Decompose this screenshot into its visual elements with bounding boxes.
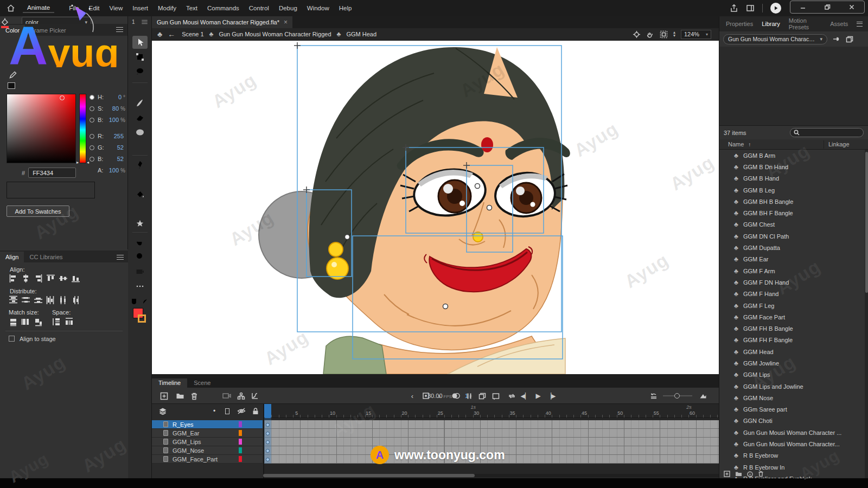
column-name[interactable]: Name: [728, 141, 744, 147]
distribute-right-button[interactable]: [71, 296, 80, 305]
library-item[interactable]: ♣GGM Face Part: [719, 311, 865, 323]
tab-scene[interactable]: Scene: [187, 378, 217, 388]
zoom-tool-icon[interactable]: [132, 250, 148, 263]
library-item[interactable]: ♣GGM Chest: [719, 219, 865, 230]
radio-icon[interactable]: [90, 134, 94, 139]
library-item[interactable]: ♣GGM Head: [719, 346, 865, 357]
layer-row-ggm_nose[interactable]: GGM_Nose: [152, 446, 263, 455]
distribute-top-button[interactable]: [9, 296, 18, 305]
align-top-button[interactable]: [46, 274, 55, 283]
search-input[interactable]: [802, 130, 856, 136]
layer-frames-row[interactable]: [264, 420, 720, 429]
tab-align[interactable]: Align: [0, 252, 24, 262]
library-item[interactable]: ♣GGM BH F Bangle: [719, 207, 865, 219]
column-linkage[interactable]: Linkage: [828, 141, 850, 147]
tab-motion-presets[interactable]: Motion Presets: [789, 17, 822, 30]
distribute-middle-v-button[interactable]: [21, 296, 30, 305]
new-folder-icon[interactable]: [735, 471, 742, 477]
library-item[interactable]: ♣GGM DN Cl Path: [719, 230, 865, 242]
document-tab[interactable]: Gun Gun Mousi Woman Character Rigged.fla…: [152, 16, 292, 28]
center-stage-icon[interactable]: [633, 30, 641, 38]
zoom-level-select[interactable]: 124% ▾: [681, 30, 711, 39]
radio-icon[interactable]: [90, 145, 94, 150]
snap-toggle-icon[interactable]: [140, 295, 150, 308]
new-layer-icon[interactable]: [158, 390, 169, 401]
menu-commands[interactable]: Commands: [202, 5, 244, 11]
visibility-column-icon[interactable]: [237, 408, 246, 414]
delete-layer-icon[interactable]: [189, 390, 200, 401]
library-item[interactable]: ♣Gun Gun Mousi Woman Character...: [719, 438, 865, 450]
library-item[interactable]: ♣GGM Nose: [719, 392, 865, 403]
layer-frames-row[interactable]: [264, 429, 720, 438]
library-item[interactable]: ♣GGM Dupatta: [719, 242, 865, 253]
align-bottom-button[interactable]: [71, 274, 80, 283]
new-library-panel-icon[interactable]: [846, 36, 853, 43]
outline-column-icon[interactable]: [225, 408, 229, 414]
library-item[interactable]: ♣GGM B Hand: [719, 173, 865, 184]
eyedropper-tool-icon[interactable]: [132, 202, 148, 215]
hue-marker[interactable]: ▸ ◂: [76, 160, 89, 165]
eraser-tool-icon[interactable]: [132, 111, 148, 124]
library-item[interactable]: ♣GGM B Arm: [719, 150, 865, 161]
share-icon[interactable]: [730, 4, 738, 12]
color-row-a[interactable]: A:100%: [90, 166, 125, 174]
layer-row-ggm_ear[interactable]: GGM_Ear: [152, 429, 263, 438]
library-item[interactable]: ♣R B Eyebrow: [719, 450, 865, 461]
camera-layer-icon[interactable]: [221, 390, 232, 401]
text-tool-icon[interactable]: [132, 173, 148, 186]
selection-tool-icon[interactable]: [132, 36, 148, 49]
snap-objects-icon[interactable]: [129, 295, 139, 308]
item-properties-icon[interactable]: [747, 471, 753, 477]
tab-timeline[interactable]: Timeline: [152, 378, 187, 388]
library-item[interactable]: ♣GGM F Arm: [719, 265, 865, 277]
radio-icon[interactable]: [90, 106, 94, 111]
oval-tool-icon[interactable]: [132, 126, 148, 139]
sort-arrow-icon[interactable]: ↑: [748, 142, 751, 147]
add-to-swatches-button[interactable]: Add To Swatches: [7, 206, 69, 217]
align-middle-v-button[interactable]: [59, 274, 68, 283]
library-document-select[interactable]: Gun Gun Mousi Woman Character Rigg... ▾: [723, 34, 827, 44]
tab-cc-libraries[interactable]: CC Libraries: [24, 252, 68, 262]
tab-assets[interactable]: Assets: [830, 21, 848, 27]
breadcrumb-scene[interactable]: Scene 1: [182, 31, 203, 37]
tab-frame-picker[interactable]: Frame Picker: [25, 25, 71, 36]
menu-modify[interactable]: Modify: [153, 5, 181, 11]
reset-timeline-zoom-icon[interactable]: [648, 390, 659, 401]
next-keyframe-icon[interactable]: ›: [434, 390, 445, 401]
tab-close-icon[interactable]: ×: [284, 18, 288, 26]
distribute-center-h-button[interactable]: [59, 296, 68, 305]
onion-skin-icon[interactable]: [450, 390, 461, 401]
sb-marker[interactable]: [60, 95, 65, 100]
menu-insert[interactable]: Insert: [127, 5, 153, 11]
menu-view[interactable]: View: [105, 5, 128, 11]
camera-tool-icon[interactable]: [132, 265, 148, 278]
align-left-button[interactable]: [9, 274, 18, 283]
color-row-s[interactable]: S:80%: [90, 105, 125, 112]
timeline-ruler[interactable]: 1s2s 51015202530354045505560: [264, 404, 720, 418]
lasso-tool-icon[interactable]: [132, 65, 148, 78]
breadcrumb-current[interactable]: GGM Head: [346, 31, 376, 37]
panel-menu-icon[interactable]: [116, 27, 123, 32]
menu-control[interactable]: Control: [244, 5, 274, 11]
library-item[interactable]: ♣GGM Lips and Jowline: [719, 381, 865, 392]
layer-row-ggm_lips[interactable]: GGM_Lips: [152, 438, 263, 446]
paint-bucket-tool-icon[interactable]: [132, 188, 148, 201]
brush-tool-icon[interactable]: [132, 97, 148, 110]
space-vertical-button[interactable]: [52, 317, 61, 326]
match-height-button[interactable]: [21, 317, 30, 326]
library-item[interactable]: ♣GGm Saree part: [719, 404, 865, 415]
layer-frames-row[interactable]: [264, 438, 720, 446]
zoom-stepper[interactable]: ▴ ▾: [673, 31, 675, 37]
tools-menu-icon[interactable]: [142, 20, 147, 24]
color-row-r[interactable]: R:255: [90, 132, 125, 140]
library-item[interactable]: ♣GGM BH B Bangle: [719, 196, 865, 207]
tab-library[interactable]: Library: [762, 21, 780, 27]
create-classic-tween-icon[interactable]: [490, 390, 501, 401]
distribute-left-button[interactable]: [46, 296, 55, 305]
layer-color-swatch[interactable]: [239, 439, 242, 445]
layer-color-swatch[interactable]: [239, 430, 242, 436]
workspace-layout-icon[interactable]: [746, 4, 755, 12]
prev-keyframe-icon[interactable]: ‹: [407, 390, 418, 401]
library-item[interactable]: ♣GGM Ear: [719, 254, 865, 265]
restore-icon[interactable]: [824, 4, 831, 10]
